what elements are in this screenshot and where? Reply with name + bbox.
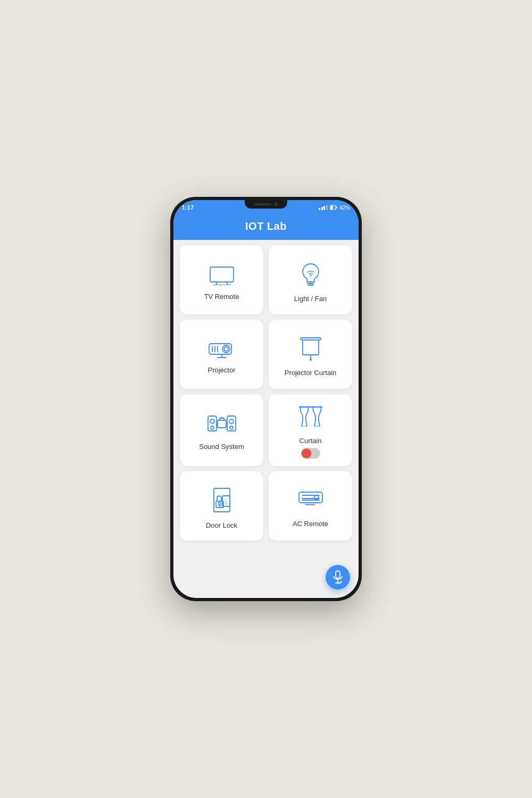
ac-icon <box>297 488 325 514</box>
svg-point-27 <box>230 426 233 429</box>
door-lock-icon <box>210 486 234 516</box>
app-header: IOT Lab <box>173 215 359 240</box>
tv-icon <box>208 263 236 287</box>
projector-curtain-card[interactable]: Projector Curtain <box>269 320 352 389</box>
app-title: IOT Lab <box>245 220 287 232</box>
svg-point-23 <box>210 419 214 423</box>
light-fan-card[interactable]: Light / Fan <box>269 245 352 314</box>
sound-system-icon <box>207 413 237 437</box>
curtain-toggle-wrapper <box>301 448 320 459</box>
svg-point-12 <box>224 347 228 351</box>
notch <box>245 200 287 209</box>
svg-rect-43 <box>336 571 340 578</box>
projector-curtain-label: Projector Curtain <box>285 369 337 377</box>
svg-point-47 <box>340 581 342 583</box>
door-lock-label: Door Lock <box>206 521 237 529</box>
projector-card[interactable]: Projector <box>180 320 263 389</box>
projector-curtain-icon <box>298 336 323 363</box>
svg-point-24 <box>211 426 214 429</box>
curtain-icon <box>297 405 324 431</box>
status-icons: 42% <box>319 205 350 211</box>
lightbulb-wifi-icon <box>298 261 323 289</box>
svg-rect-3 <box>210 267 234 282</box>
svg-point-21 <box>310 359 312 361</box>
phone-screen: 1:17 42% IOT Lab <box>173 200 359 598</box>
tv-remote-card[interactable]: TV Remote <box>180 245 263 314</box>
curtain-card[interactable]: Curtain <box>269 394 352 466</box>
curtain-label: Curtain <box>300 437 322 445</box>
svg-rect-19 <box>303 340 319 355</box>
camera <box>275 203 278 206</box>
ac-remote-card[interactable]: AC Remote <box>269 471 352 541</box>
speaker <box>254 203 271 205</box>
svg-point-36 <box>226 501 227 502</box>
battery-icon <box>330 205 337 210</box>
svg-rect-1 <box>330 206 333 209</box>
ac-remote-label: AC Remote <box>293 520 328 528</box>
device-grid: TV Remote <box>180 245 352 541</box>
svg-rect-2 <box>336 207 337 209</box>
app-content: TV Remote <box>173 240 359 598</box>
light-fan-label: Light / Fan <box>294 295 327 303</box>
projector-icon <box>207 338 237 361</box>
curtain-toggle-knob <box>302 448 311 458</box>
curtain-toggle[interactable] <box>301 448 320 459</box>
status-time: 1:17 <box>182 204 194 211</box>
svg-point-37 <box>226 503 227 504</box>
svg-point-9 <box>310 275 311 276</box>
door-lock-card[interactable]: Door Lock <box>180 471 263 541</box>
voice-fab[interactable] <box>326 565 350 589</box>
tv-remote-label: TV Remote <box>204 293 239 301</box>
svg-rect-28 <box>218 420 226 428</box>
svg-point-35 <box>226 499 227 500</box>
phone-frame: 1:17 42% IOT Lab <box>170 197 362 601</box>
svg-point-26 <box>229 419 234 423</box>
sound-system-label: Sound System <box>199 443 244 451</box>
svg-rect-30 <box>214 488 230 512</box>
sound-system-card[interactable]: Sound System <box>180 394 263 466</box>
signal-icon <box>319 205 328 210</box>
battery-text: 42% <box>339 205 350 211</box>
projector-label: Projector <box>207 366 235 374</box>
